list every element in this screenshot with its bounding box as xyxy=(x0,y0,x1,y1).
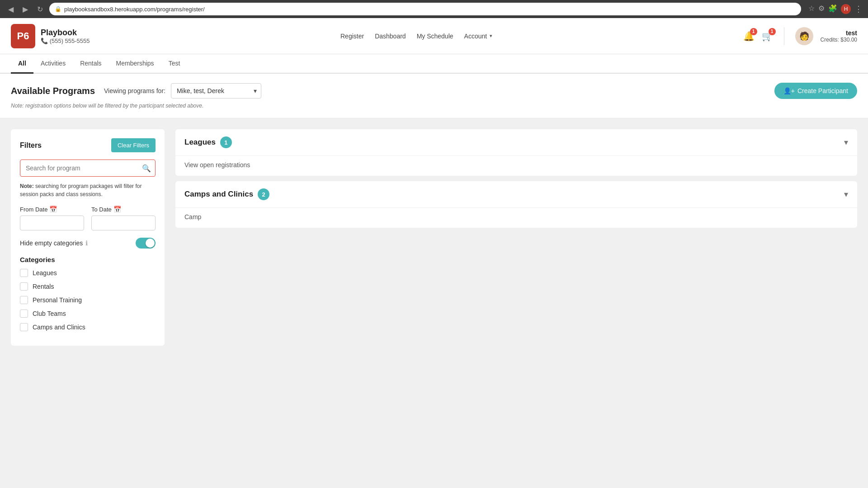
program-section-camps-title: Camps and Clinics 2 xyxy=(184,188,269,200)
nav-link-account: Account xyxy=(464,33,487,40)
avatar-icon: 🧑 xyxy=(799,31,809,41)
hide-empty-label: Hide empty categories ℹ xyxy=(20,239,88,247)
from-date-cal-icon[interactable]: 📅 xyxy=(49,206,57,213)
category-rentals[interactable]: Rentals xyxy=(20,282,156,291)
category-leagues-checkbox[interactable] xyxy=(20,269,28,277)
user-avatar[interactable]: 🧑 xyxy=(795,27,813,45)
filter-note-bold: Note: xyxy=(20,183,34,189)
category-rentals-checkbox[interactable] xyxy=(20,282,28,291)
nav-link-dashboard[interactable]: Dashboard xyxy=(375,33,406,40)
camps-body-text: Camp xyxy=(184,213,201,221)
category-camps-clinics-label: Camps and Clinics xyxy=(33,324,85,331)
nav-link-register[interactable]: Register xyxy=(340,33,364,40)
tab-rentals[interactable]: Rentals xyxy=(73,54,108,74)
extensions-icon[interactable]: 🧩 xyxy=(828,4,837,14)
user-info: test Credits: $30.00 xyxy=(821,29,857,43)
create-participant-label: Create Participant xyxy=(797,87,848,94)
brand-name: Playbook xyxy=(41,28,90,38)
url-bar[interactable]: 🔒 playbooksandbox8.herokuapp.com/program… xyxy=(49,3,801,15)
programs-header: Available Programs Viewing programs for:… xyxy=(0,74,868,118)
cart-icon[interactable]: 🛒 1 xyxy=(762,31,773,42)
filter-note-text: searching for program packages will filt… xyxy=(20,183,142,197)
nav-divider xyxy=(784,27,784,45)
tab-nav: All Activities Rentals Memberships Test xyxy=(0,54,868,74)
help-icon[interactable]: ℹ xyxy=(85,239,88,247)
brand-logo: P6 xyxy=(11,24,35,48)
brand: P6 Playbook 📞 (555) 555-5555 xyxy=(11,24,90,48)
tab-activities-label: Activities xyxy=(41,60,66,67)
hide-empty-toggle[interactable] xyxy=(136,238,156,249)
category-camps-clinics-checkbox[interactable] xyxy=(20,323,28,331)
category-club-teams-checkbox[interactable] xyxy=(20,310,28,318)
to-date-label-text: To Date xyxy=(91,206,112,213)
date-row: From Date 📅 To Date 📅 xyxy=(20,206,156,230)
main-content: Filters Clear Filters 🔍 Note: searching … xyxy=(0,118,868,480)
notification-icon[interactable]: 🔔 1 xyxy=(743,31,755,42)
user-name: test xyxy=(821,29,857,37)
create-participant-icon: 👤+ xyxy=(783,87,795,94)
program-section-leagues-body: View open registrations xyxy=(175,156,857,176)
star-icon[interactable]: ☆ xyxy=(808,4,815,14)
category-personal-training-checkbox[interactable] xyxy=(20,296,28,304)
phone-icon: 📞 xyxy=(41,38,48,44)
clear-filters-button[interactable]: Clear Filters xyxy=(111,138,156,152)
nav-link-my-schedule[interactable]: My Schedule xyxy=(417,33,453,40)
leagues-body-text: View open registrations xyxy=(184,161,250,169)
account-chevron-icon: ▾ xyxy=(490,33,492,39)
search-input[interactable] xyxy=(20,160,156,177)
top-nav: P6 Playbook 📞 (555) 555-5555 Register Da… xyxy=(0,18,868,54)
browser-chrome: ◀ ▶ ↻ 🔒 playbooksandbox8.herokuapp.com/p… xyxy=(0,0,868,18)
menu-icon[interactable]: ⋮ xyxy=(854,4,863,14)
tab-test-label: Test xyxy=(169,60,180,67)
program-section-camps-header[interactable]: Camps and Clinics 2 ▾ xyxy=(175,181,857,208)
category-club-teams-label: Club Teams xyxy=(33,310,66,317)
tab-test[interactable]: Test xyxy=(161,54,188,74)
brand-info: Playbook 📞 (555) 555-5555 xyxy=(41,28,90,44)
hide-empty-label-text: Hide empty categories xyxy=(20,239,83,247)
category-leagues[interactable]: Leagues xyxy=(20,269,156,277)
camps-title-text: Camps and Clinics xyxy=(184,190,253,199)
program-section-leagues: Leagues 1 ▾ View open registrations xyxy=(175,129,857,176)
camps-badge: 2 xyxy=(258,188,269,200)
from-date-input[interactable] xyxy=(20,216,84,230)
participant-select[interactable]: Mike, test, Derek xyxy=(171,83,261,99)
filters-header: Filters Clear Filters xyxy=(20,138,156,152)
tab-rentals-label: Rentals xyxy=(80,60,101,67)
create-participant-button[interactable]: 👤+ Create Participant xyxy=(774,83,857,99)
hide-empty-row: Hide empty categories ℹ xyxy=(20,238,156,249)
to-date-cal-icon[interactable]: 📅 xyxy=(113,206,121,213)
program-section-leagues-header[interactable]: Leagues 1 ▾ xyxy=(175,129,857,156)
participant-note: Note: registration options below will be… xyxy=(11,99,857,114)
lock-icon: 🔒 xyxy=(55,6,61,12)
category-camps-clinics[interactable]: Camps and Clinics xyxy=(20,323,156,331)
refresh-button[interactable]: ↻ xyxy=(34,3,46,15)
participant-select-wrapper[interactable]: Mike, test, Derek xyxy=(171,83,261,99)
notification-badge: 1 xyxy=(750,28,757,35)
viewing-for-label: Viewing programs for: xyxy=(104,87,165,94)
filters-panel: Filters Clear Filters 🔍 Note: searching … xyxy=(11,129,165,346)
tab-all[interactable]: All xyxy=(11,54,33,74)
settings-icon[interactable]: ⚙ xyxy=(818,4,825,14)
to-date-field: To Date 📅 xyxy=(91,206,156,230)
back-button[interactable]: ◀ xyxy=(5,3,16,15)
programs-title: Available Programs xyxy=(11,86,95,96)
leagues-title-text: Leagues xyxy=(184,138,216,147)
tab-activities[interactable]: Activities xyxy=(33,54,73,74)
url-text: playbooksandbox8.herokuapp.com/programs/… xyxy=(64,6,205,13)
participant-note-text: Note: registration options below will be… xyxy=(11,103,203,109)
categories-title: Categories xyxy=(20,256,156,263)
category-personal-training[interactable]: Personal Training xyxy=(20,296,156,304)
category-leagues-label: Leagues xyxy=(33,269,57,277)
program-section-camps-clinics: Camps and Clinics 2 ▾ Camp xyxy=(175,181,857,228)
brand-phone: 📞 (555) 555-5555 xyxy=(41,38,90,44)
program-section-camps-body: Camp xyxy=(175,208,857,228)
nav-account-dropdown[interactable]: Account ▾ xyxy=(464,33,493,40)
logo-text: P6 xyxy=(17,30,29,42)
profile-icon[interactable]: H xyxy=(841,4,851,14)
viewing-for: Viewing programs for: Mike, test, Derek xyxy=(104,83,261,99)
category-club-teams[interactable]: Club Teams xyxy=(20,310,156,318)
forward-button[interactable]: ▶ xyxy=(20,3,31,15)
nav-right: 🔔 1 🛒 1 🧑 test Credits: $30.00 xyxy=(743,27,857,45)
tab-memberships[interactable]: Memberships xyxy=(109,54,161,74)
to-date-input[interactable] xyxy=(91,216,156,230)
